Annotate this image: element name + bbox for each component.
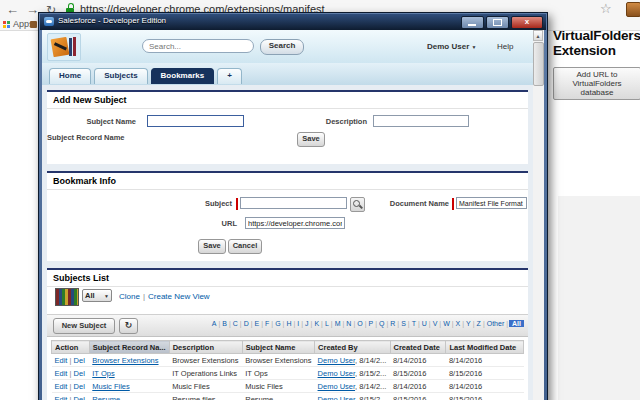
subject-lookup-field[interactable] (240, 197, 347, 209)
minimize-button[interactable] (461, 16, 484, 29)
created-by-user-link[interactable]: Demo User (318, 382, 356, 391)
column-header[interactable]: Action (52, 341, 90, 354)
alpha-filter-s[interactable]: S (400, 320, 407, 327)
bookmark-info-section: Bookmark Info Subject Document Name URL … (47, 171, 528, 261)
record-name-cell: Music Files (89, 380, 169, 393)
apps-grid-icon[interactable] (3, 21, 10, 28)
tab-subjects[interactable]: Subjects (94, 68, 147, 84)
cancel-button[interactable]: Cancel (228, 239, 262, 254)
save-button[interactable]: Save (198, 239, 226, 254)
subject-name-field[interactable] (147, 115, 244, 127)
created-by-user-link[interactable]: Demo User (318, 356, 356, 365)
view-select[interactable]: All ▼ (82, 289, 112, 302)
created-by-user-link[interactable]: Demo User (318, 395, 356, 400)
add-url-button[interactable]: Add URL to VirtualFolders database (553, 67, 640, 100)
add-new-subject-section: Add New Subject Subject Name Description… (47, 90, 528, 164)
column-header[interactable]: Subject Record Na... (89, 341, 169, 354)
record-name-link[interactable]: Browser Extensions (92, 356, 158, 365)
subject-name-cell: Resume (242, 393, 314, 400)
scrollbar[interactable]: ▲ (532, 30, 544, 400)
scroll-up-icon[interactable]: ▲ (533, 30, 543, 41)
created-by-user-link[interactable]: Demo User (318, 369, 356, 378)
scrollbar-thumb[interactable] (533, 42, 544, 86)
bookmark-favicon[interactable] (30, 21, 37, 28)
record-name-link[interactable]: Music Files (92, 382, 130, 391)
action-cell: Edit | Del (52, 380, 90, 393)
help-link[interactable]: Help (497, 42, 513, 51)
maximize-icon (493, 19, 502, 26)
record-name-link[interactable]: Resume (92, 395, 120, 400)
column-header[interactable]: Description (169, 341, 242, 354)
alpha-filter-w[interactable]: W (442, 320, 451, 327)
back-icon[interactable]: ← (6, 1, 19, 19)
tab-new[interactable]: + (217, 68, 242, 84)
url-field[interactable] (245, 217, 345, 229)
edit-link[interactable]: Edit (55, 356, 68, 365)
column-header[interactable]: Subject Name (242, 341, 314, 354)
save-button[interactable]: Save (297, 132, 325, 147)
del-link[interactable]: Del (74, 382, 85, 391)
alpha-filter-u[interactable]: U (421, 320, 428, 327)
extension-title-line2: Extension (553, 43, 640, 58)
new-subject-button[interactable]: New Subject (53, 318, 115, 334)
column-header[interactable]: Created Date (390, 341, 446, 354)
alpha-filter-c[interactable]: C (232, 320, 239, 327)
alpha-filter-j[interactable]: J (304, 320, 310, 327)
virtualfolders-logo (47, 33, 81, 61)
lookup-icon[interactable] (350, 197, 365, 212)
created-by-date: , 8/14/2... (355, 356, 386, 365)
maximize-button[interactable] (486, 16, 509, 29)
del-link[interactable]: Del (74, 356, 85, 365)
alpha-filter-d[interactable]: D (243, 320, 250, 327)
alpha-filter-b[interactable]: B (221, 320, 228, 327)
search-input[interactable] (142, 39, 254, 53)
alpha-filter-other[interactable]: Other (486, 320, 506, 327)
del-link[interactable]: Del (74, 395, 85, 400)
table-row: Edit | DelIT OpsIT Operations LinksIT Op… (52, 367, 524, 380)
created-date-cell: 8/15/2016 (390, 393, 446, 400)
search-button[interactable]: Search (260, 39, 304, 55)
column-header[interactable]: Created By (315, 341, 390, 354)
action-cell: Edit | Del (52, 354, 90, 367)
list-view-icon (55, 288, 79, 306)
alpha-filter-t[interactable]: T (411, 320, 417, 327)
tab-home[interactable]: Home (49, 68, 91, 84)
table-row: Edit | DelBrowser ExtensionsBrowser Exte… (52, 354, 524, 367)
created-by-cell: Demo User, 8/15/2... (315, 393, 390, 400)
edit-link[interactable]: Edit (55, 369, 68, 378)
alpha-filter-g[interactable]: G (274, 320, 281, 327)
extension-icon[interactable] (626, 2, 640, 17)
edit-link[interactable]: Edit (55, 395, 68, 400)
section-title: Subjects List (47, 270, 528, 287)
user-menu[interactable]: Demo User ▼ (427, 42, 476, 51)
tab-bookmarks[interactable]: Bookmarks (151, 68, 215, 84)
refresh-button[interactable]: ↻ (119, 318, 138, 334)
close-button[interactable]: x (511, 16, 543, 29)
alphabet-filter: A|B|C|D|E|F|G|H|I|J|K|L|M|N|O|P|Q|R|S|T|… (211, 320, 524, 327)
window-titlebar[interactable]: Salesforce - Developer Edition x (40, 14, 546, 30)
window-content: ▲ Search Demo User ▼ Help (42, 30, 544, 400)
create-new-view-link[interactable]: Create New View (148, 292, 210, 301)
description-label: Description (309, 117, 367, 126)
record-name-link[interactable]: IT Ops (92, 369, 114, 378)
alpha-filter-all[interactable]: All (509, 320, 524, 327)
created-date-cell: 8/14/2016 (390, 354, 446, 367)
created-by-cell: Demo User, 8/14/2... (315, 380, 390, 393)
alpha-filter-o[interactable]: O (356, 320, 363, 327)
bookmark-star-icon[interactable]: ☆ (600, 1, 612, 16)
clone-link[interactable]: Clone (119, 292, 140, 301)
document-name-label: Document Name (377, 199, 449, 208)
screen: ← → ↻ https://developer.chrome.com/exten… (0, 0, 640, 400)
created-by-cell: Demo User, 8/14/2... (315, 354, 390, 367)
window-title: Salesforce - Developer Edition (58, 16, 166, 25)
column-header[interactable]: Last Modified Date (446, 341, 524, 354)
alpha-filter-y[interactable]: Y (465, 320, 472, 327)
salesforce-window: Salesforce - Developer Edition x ▲ (38, 12, 548, 400)
alpha-filter-l[interactable]: L (324, 320, 330, 327)
description-field[interactable] (373, 115, 469, 127)
del-link[interactable]: Del (74, 369, 85, 378)
subjects-table-head-row: ActionSubject Record Na...DescriptionSub… (52, 341, 524, 354)
edit-link[interactable]: Edit (55, 382, 68, 391)
document-name-field[interactable] (456, 197, 527, 209)
alpha-filter-z[interactable]: Z (476, 320, 482, 327)
